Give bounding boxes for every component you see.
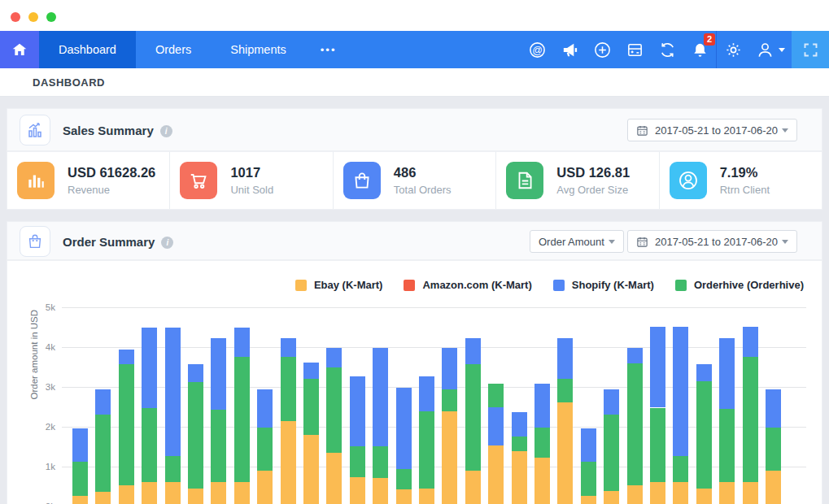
bar-segment-orderhive[interactable]: [281, 357, 296, 421]
bar-segment-orderhive[interactable]: [696, 381, 712, 489]
bar-segment-orderhive[interactable]: [72, 462, 88, 496]
bar-segment-shopify[interactable]: [766, 389, 781, 428]
bar-segment-orderhive[interactable]: [581, 462, 596, 497]
bar-segment-ebay[interactable]: [95, 492, 111, 504]
bar-segment-orderhive[interactable]: [534, 428, 550, 457]
bar-segment-orderhive[interactable]: [303, 379, 319, 436]
bar-segment-ebay[interactable]: [303, 435, 319, 504]
bar-segment-ebay[interactable]: [350, 477, 365, 504]
bar-segment-shopify[interactable]: [557, 338, 573, 379]
megaphone-icon[interactable]: [553, 31, 586, 68]
bar-segment-shopify[interactable]: [72, 428, 88, 462]
bar-segment-orderhive[interactable]: [557, 379, 573, 402]
bar-segment-orderhive[interactable]: [95, 415, 111, 492]
bar-segment-orderhive[interactable]: [373, 446, 388, 478]
bell-icon[interactable]: 2: [683, 31, 716, 68]
bar-segment-orderhive[interactable]: [673, 456, 688, 481]
bar-segment-ebay[interactable]: [604, 491, 619, 504]
calculator-icon[interactable]: [618, 31, 651, 68]
bar-segment-shopify[interactable]: [581, 428, 596, 461]
bar-segment-shopify[interactable]: [719, 338, 735, 409]
bar-segment-shopify[interactable]: [743, 327, 758, 358]
bar-segment-orderhive[interactable]: [165, 456, 181, 481]
bar-segment-ebay[interactable]: [581, 496, 596, 504]
sync-icon[interactable]: [651, 31, 683, 68]
kpi-card-total-orders[interactable]: 486 Total Orders: [333, 152, 495, 209]
bar-segment-ebay[interactable]: [211, 482, 226, 504]
tab-orders[interactable]: Orders: [136, 31, 211, 68]
bar-segment-orderhive[interactable]: [488, 384, 504, 408]
home-button[interactable]: [0, 31, 39, 68]
bar-segment-shopify[interactable]: [326, 348, 342, 367]
bar-segment-ebay[interactable]: [234, 482, 250, 504]
bar-segment-orderhive[interactable]: [465, 364, 481, 471]
bar-segment-ebay[interactable]: [766, 471, 781, 504]
bar-segment-shopify[interactable]: [373, 348, 388, 446]
bar-segment-orderhive[interactable]: [419, 411, 434, 489]
bar-segment-shopify[interactable]: [696, 364, 712, 381]
bar-segment-ebay[interactable]: [673, 482, 688, 504]
kpi-card-avg-order-size[interactable]: USD 126.81 Avg Order Size: [495, 152, 658, 209]
bar-segment-orderhive[interactable]: [442, 389, 457, 411]
bar-segment-orderhive[interactable]: [719, 409, 735, 482]
bar-segment-ebay[interactable]: [465, 471, 481, 504]
bar-segment-shopify[interactable]: [650, 327, 665, 408]
kpi-card-rtrn-client[interactable]: 7.19% Rtrn Client: [659, 152, 822, 209]
minimize-window-icon[interactable]: [28, 12, 38, 22]
legend-item-shopify[interactable]: Shopify (K-Mart): [553, 279, 654, 291]
bar-segment-ebay[interactable]: [373, 478, 388, 504]
bar-segment-ebay[interactable]: [119, 485, 134, 504]
order-date-range-picker[interactable]: 2017-05-21 to 2017-06-20: [627, 230, 797, 253]
bar-segment-orderhive[interactable]: [211, 410, 226, 482]
kpi-card-unit-sold[interactable]: 1017 Unit Sold: [169, 152, 332, 209]
info-icon[interactable]: i: [161, 237, 173, 249]
bar-segment-shopify[interactable]: [673, 327, 688, 457]
kpi-card-revenue[interactable]: USD 61628.26 Revenue: [7, 152, 169, 209]
bar-segment-shopify[interactable]: [234, 328, 250, 358]
bar-segment-orderhive[interactable]: [743, 357, 758, 482]
bar-segment-orderhive[interactable]: [257, 428, 273, 470]
maximize-window-icon[interactable]: [46, 12, 56, 22]
bar-segment-orderhive[interactable]: [627, 363, 643, 485]
tab-shipments[interactable]: Shipments: [211, 31, 306, 68]
bar-segment-shopify[interactable]: [281, 338, 296, 358]
more-tabs-button[interactable]: •••: [306, 31, 351, 68]
bar-segment-orderhive[interactable]: [350, 446, 365, 477]
legend-item-orderhive[interactable]: Orderhive (Orderhive): [675, 279, 804, 291]
bar-segment-orderhive[interactable]: [234, 357, 250, 481]
bar-segment-shopify[interactable]: [396, 388, 412, 469]
bar-segment-ebay[interactable]: [257, 471, 273, 504]
plus-circle-icon[interactable]: [586, 31, 618, 68]
user-menu-button[interactable]: [749, 31, 792, 68]
bar-segment-ebay[interactable]: [719, 482, 735, 504]
bar-segment-shopify[interactable]: [512, 412, 527, 437]
bar-segment-ebay[interactable]: [142, 482, 157, 504]
bar-segment-shopify[interactable]: [95, 389, 111, 415]
bar-segment-ebay[interactable]: [650, 482, 665, 504]
bar-segment-shopify[interactable]: [142, 328, 157, 408]
bar-segment-shopify[interactable]: [119, 350, 134, 364]
bar-segment-ebay[interactable]: [627, 485, 643, 504]
bar-segment-shopify[interactable]: [257, 389, 273, 428]
bar-segment-shopify[interactable]: [534, 384, 550, 428]
bar-segment-shopify[interactable]: [350, 376, 365, 446]
tab-dashboard[interactable]: Dashboard: [39, 31, 136, 68]
bar-segment-ebay[interactable]: [72, 496, 88, 504]
bar-segment-ebay[interactable]: [488, 445, 504, 504]
bar-segment-ebay[interactable]: [419, 489, 434, 504]
bar-segment-shopify[interactable]: [465, 338, 481, 364]
bar-segment-orderhive[interactable]: [650, 408, 665, 482]
bar-segment-shopify[interactable]: [188, 364, 203, 382]
bar-segment-shopify[interactable]: [165, 328, 181, 457]
bar-segment-orderhive[interactable]: [119, 364, 134, 485]
info-icon[interactable]: i: [160, 125, 172, 137]
metric-dropdown[interactable]: Order Amount: [530, 230, 624, 253]
bar-segment-ebay[interactable]: [188, 489, 203, 504]
bar-segment-ebay[interactable]: [557, 402, 573, 504]
bar-segment-ebay[interactable]: [326, 453, 342, 504]
gear-icon[interactable]: [717, 31, 749, 68]
at-circle-icon[interactable]: @: [521, 31, 553, 68]
sales-date-range-picker[interactable]: 2017-05-21 to 2017-06-20: [627, 119, 797, 141]
bar-segment-orderhive[interactable]: [512, 437, 527, 451]
bar-segment-ebay[interactable]: [512, 451, 527, 504]
